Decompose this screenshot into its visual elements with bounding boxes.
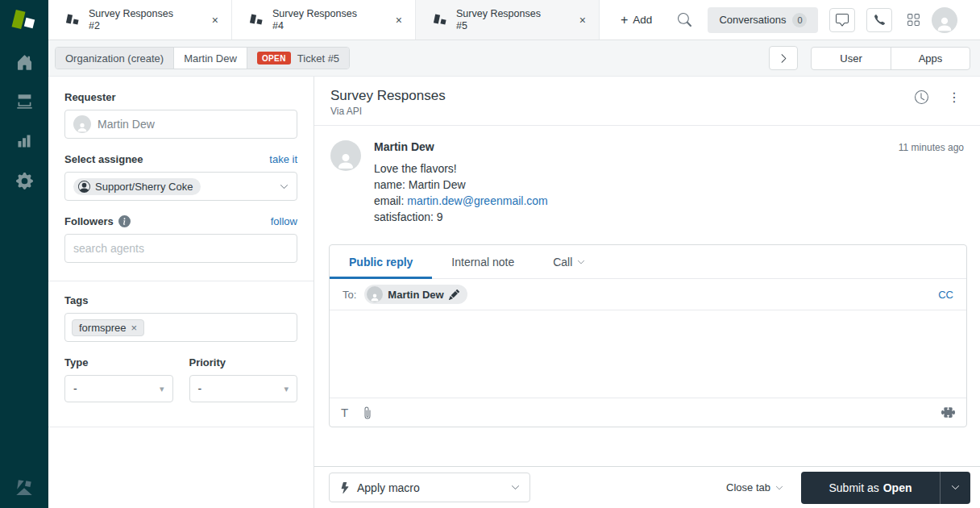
close-icon[interactable]: × bbox=[392, 12, 405, 28]
ticket-number-label: Ticket #5 bbox=[297, 52, 339, 65]
user-avatar[interactable] bbox=[932, 7, 957, 33]
tab-label: Survey Responses #2 bbox=[89, 8, 173, 32]
phone-icon[interactable] bbox=[866, 8, 892, 32]
submit-as-open-button[interactable]: Submit asOpen bbox=[801, 472, 940, 504]
chat-icon[interactable] bbox=[829, 8, 855, 32]
ticket-icon bbox=[250, 12, 264, 28]
breadcrumb-organization[interactable]: Organization (create) bbox=[56, 48, 173, 69]
type-select[interactable]: - ▾ bbox=[64, 375, 173, 402]
reporting-icon[interactable] bbox=[15, 132, 33, 150]
to-field-row: To: Martin Dew CC bbox=[330, 279, 966, 310]
history-icon[interactable] bbox=[915, 90, 928, 104]
type-label: Type bbox=[64, 356, 88, 369]
more-options-icon[interactable]: ⋮ bbox=[948, 92, 961, 103]
zendesk-agent-workspace: Survey Responses #2 × Survey Responses #… bbox=[0, 0, 980, 508]
followers-search-input[interactable] bbox=[64, 234, 297, 263]
apps-puzzle-icon[interactable] bbox=[941, 406, 955, 419]
topbar-actions: + Add Conversations 0 bbox=[600, 0, 980, 40]
chevron-down-icon bbox=[577, 258, 585, 266]
recipient-name: Martin Dew bbox=[388, 289, 443, 301]
zendesk-z-logo[interactable] bbox=[14, 477, 35, 498]
type-value: - bbox=[73, 382, 77, 395]
admin-gear-icon[interactable] bbox=[15, 172, 33, 189]
status-badge: OPEN bbox=[257, 52, 291, 65]
info-icon[interactable] bbox=[118, 215, 131, 227]
tab-public-reply[interactable]: Public reply bbox=[330, 245, 432, 278]
views-icon[interactable] bbox=[15, 93, 33, 110]
chevron-down-icon bbox=[951, 483, 960, 492]
collapse-panel-button[interactable] bbox=[769, 46, 798, 70]
left-nav-rail bbox=[0, 40, 48, 508]
chevron-right-icon bbox=[779, 53, 789, 64]
submit-split-button: Submit asOpen bbox=[801, 472, 970, 504]
message-timestamp: 11 minutes ago bbox=[899, 142, 964, 153]
tab-call[interactable]: Call bbox=[534, 245, 604, 278]
apply-macro-select[interactable]: Apply macro bbox=[329, 473, 530, 502]
organization-label: Organization (create) bbox=[65, 52, 164, 65]
take-it-link[interactable]: take it bbox=[269, 153, 297, 165]
close-tab-label: Close tab bbox=[726, 481, 770, 493]
search-icon[interactable] bbox=[678, 13, 691, 27]
requester-field[interactable]: Martin Dew bbox=[64, 110, 297, 139]
priority-label: Priority bbox=[189, 356, 226, 369]
assignee-select[interactable]: Support/Sherry Coke bbox=[64, 172, 297, 201]
assignee-value: Support/Sherry Coke bbox=[95, 181, 193, 193]
ticket-footer: Apply macro Close tab bbox=[314, 466, 980, 508]
priority-value: - bbox=[198, 382, 202, 395]
context-panel-tabs: User Apps bbox=[811, 47, 970, 70]
apps-grid-icon[interactable] bbox=[907, 13, 920, 27]
breadcrumb-requester[interactable]: Martin Dew bbox=[173, 48, 247, 69]
followers-label: Followers bbox=[64, 215, 131, 227]
message-author-avatar bbox=[330, 140, 361, 171]
reply-text-editor[interactable] bbox=[330, 310, 966, 398]
breadcrumb-ticket[interactable]: OPEN Ticket #5 bbox=[247, 48, 349, 69]
internal-note-label: Internal note bbox=[451, 256, 514, 269]
zendesk-logo[interactable] bbox=[0, 0, 48, 40]
ticket-tab-2[interactable]: Survey Responses #2 × bbox=[48, 0, 232, 40]
top-bar: Survey Responses #2 × Survey Responses #… bbox=[0, 0, 980, 40]
ticket-properties-panel: Requester Martin Dew Select assignee tak… bbox=[48, 77, 314, 508]
tab-title: Survey Responses bbox=[456, 8, 541, 20]
remove-tag-icon[interactable]: × bbox=[131, 322, 138, 334]
email-link[interactable]: martin.dew@greenmail.com bbox=[407, 194, 548, 207]
message-line: email: martin.dew@greenmail.com bbox=[374, 193, 964, 209]
reply-composer: Public reply Internal note Call bbox=[329, 244, 967, 427]
close-tab-dropdown[interactable]: Close tab bbox=[726, 481, 783, 493]
submit-options-caret[interactable] bbox=[940, 472, 970, 504]
tags-field[interactable]: formspree × bbox=[64, 313, 297, 342]
tab-internal-note[interactable]: Internal note bbox=[432, 245, 534, 278]
attachment-paperclip-icon[interactable] bbox=[361, 406, 374, 419]
close-icon[interactable]: × bbox=[576, 12, 589, 28]
tab-title: Survey Responses bbox=[272, 8, 357, 20]
message-line: Love the flavors! bbox=[374, 160, 964, 177]
tab-label: Survey Responses #5 bbox=[456, 8, 541, 32]
tab-user[interactable]: User bbox=[812, 48, 891, 69]
conversations-button[interactable]: Conversations 0 bbox=[708, 7, 818, 33]
chevron-down-icon bbox=[280, 182, 289, 191]
chevron-down-icon bbox=[775, 484, 783, 492]
recipient-avatar bbox=[367, 286, 383, 302]
add-label: Add bbox=[633, 14, 652, 26]
followers-text: Followers bbox=[64, 215, 114, 227]
ticket-conversation-pane: Survey Responses Via API ⋮ bbox=[314, 77, 980, 508]
cc-link[interactable]: CC bbox=[938, 289, 953, 301]
composer-tabs: Public reply Internal note Call bbox=[330, 245, 966, 279]
ticket-tab-4[interactable]: Survey Responses #4 × bbox=[232, 0, 416, 40]
edit-pencil-icon[interactable] bbox=[449, 289, 459, 300]
to-label: To: bbox=[343, 289, 356, 301]
home-icon[interactable] bbox=[15, 53, 33, 71]
add-tab-button[interactable]: + Add bbox=[621, 14, 652, 26]
zendesk-logo-shape bbox=[24, 18, 35, 28]
close-icon[interactable]: × bbox=[209, 12, 222, 28]
text-format-icon[interactable]: T bbox=[341, 406, 348, 419]
recipient-pill[interactable]: Martin Dew bbox=[364, 285, 467, 304]
follow-link[interactable]: follow bbox=[271, 215, 297, 227]
conversation-header: Survey Responses Via API ⋮ bbox=[314, 77, 980, 126]
tab-apps[interactable]: Apps bbox=[891, 48, 970, 69]
person-circle-icon bbox=[78, 181, 90, 193]
ticket-tab-5-active[interactable]: Survey Responses #5 × bbox=[416, 0, 600, 40]
submit-status: Open bbox=[883, 481, 912, 494]
ticket-icon bbox=[66, 12, 81, 28]
tags-label: Tags bbox=[64, 294, 88, 306]
priority-select[interactable]: - ▾ bbox=[189, 375, 298, 402]
